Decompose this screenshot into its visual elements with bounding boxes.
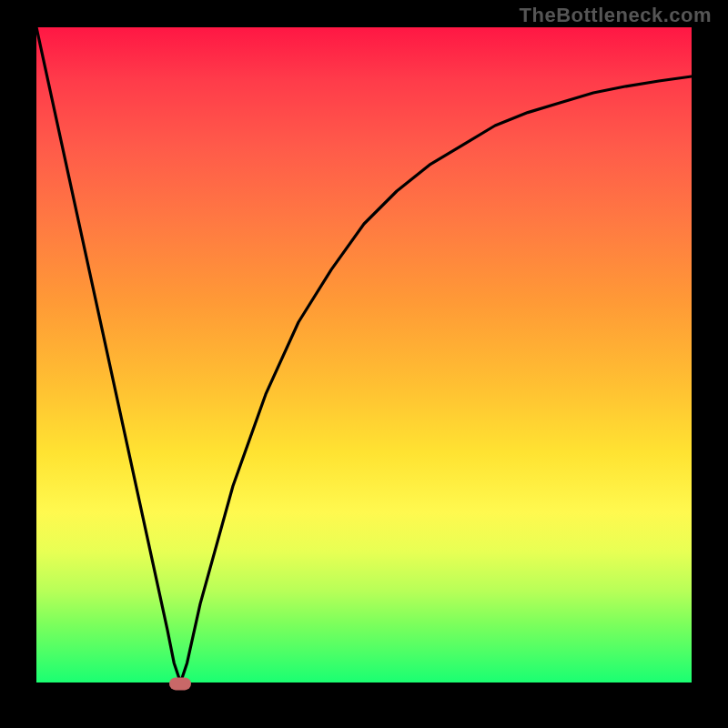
bottleneck-curve [36,27,692,682]
watermark-text: TheBottleneck.com [520,4,712,27]
optimal-point-marker [169,677,191,690]
chart-frame: TheBottleneck.com [0,0,728,728]
curve-svg [36,27,692,682]
